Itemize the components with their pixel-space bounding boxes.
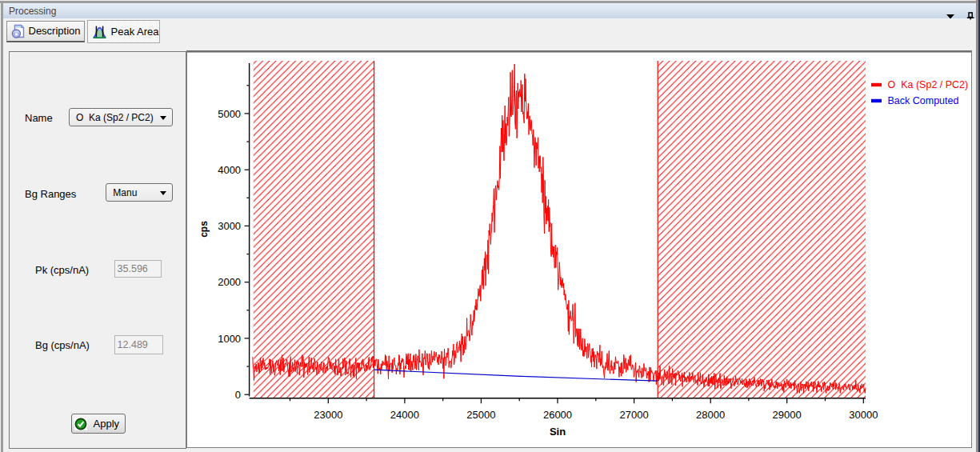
svg-text:24000: 24000 <box>390 409 419 421</box>
svg-text:5000: 5000 <box>218 108 241 120</box>
svg-text:Back Computed: Back Computed <box>888 95 959 106</box>
svg-text:27000: 27000 <box>620 409 649 421</box>
svg-text:O Ka (Sp2 / PC2): O Ka (Sp2 / PC2) <box>888 79 969 90</box>
svg-text:cps: cps <box>198 221 210 238</box>
svg-text:25000: 25000 <box>466 409 495 421</box>
svg-text:4000: 4000 <box>218 164 241 176</box>
svg-text:1000: 1000 <box>218 333 241 345</box>
svg-text:0: 0 <box>235 389 241 401</box>
svg-text:2000: 2000 <box>218 276 241 288</box>
svg-text:29000: 29000 <box>773 409 802 421</box>
svg-text:Sin: Sin <box>550 426 566 438</box>
svg-text:3000: 3000 <box>218 220 241 232</box>
svg-text:28000: 28000 <box>696 409 725 421</box>
svg-text:23000: 23000 <box>314 409 342 421</box>
svg-text:30000: 30000 <box>849 409 878 421</box>
svg-text:26000: 26000 <box>543 409 572 421</box>
